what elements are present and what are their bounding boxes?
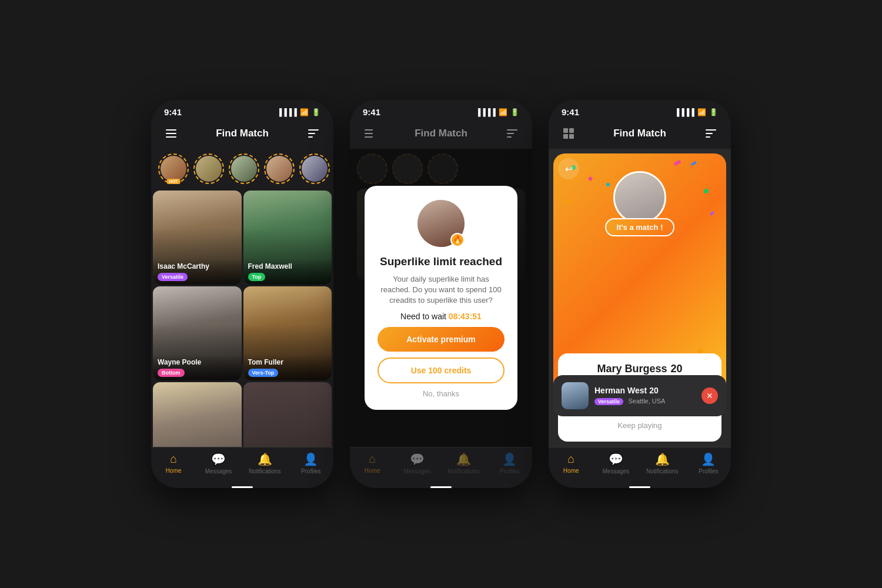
nav-notifications-1[interactable]: 🔔 Notifications (249, 452, 280, 475)
match-avatar (613, 171, 666, 224)
nav-profiles-1[interactable]: 👤 Profiles (296, 452, 326, 475)
wifi-icon-2: 📶 (499, 108, 507, 116)
status-icons-1: ▐▐▐▐ 📶 🔋 (277, 108, 320, 116)
profile-tag-1: Top (248, 273, 266, 281)
svg-rect-15 (569, 134, 574, 139)
nav-notifications-label-3: Notifications (646, 468, 678, 475)
grid-view-button[interactable] (559, 124, 578, 143)
story-1[interactable]: HOT (158, 153, 189, 184)
svg-rect-4 (308, 133, 315, 134)
home-icon-2: ⌂ (369, 452, 376, 466)
nav-profiles-label-3: Profiles (699, 468, 718, 475)
svg-rect-3 (308, 129, 319, 131)
svg-rect-9 (507, 129, 517, 131)
no-thanks-button[interactable]: No, thanks (423, 389, 459, 398)
status-bar-1: 9:41 ▐▐▐▐ 📶 🔋 (151, 100, 333, 121)
nav-messages-3[interactable]: 💬 Messages (602, 452, 631, 475)
profile-grid-1: Isaac McCarthy Versatile Fred Maxwell To… (151, 189, 333, 447)
status-bar-2: 9:41 ▐▐▐▐ 📶 🔋 (350, 100, 532, 121)
phone-content-2: 🔥 Superlike limit reached Your daily sup… (350, 149, 532, 447)
notifications-icon-3: 🔔 (655, 452, 670, 466)
nav-home-label-2: Home (365, 467, 380, 474)
svg-rect-16 (706, 129, 716, 131)
profile-card-5[interactable] (243, 382, 332, 447)
nav-notifications-3[interactable]: 🔔 Notifications (646, 452, 678, 475)
status-bar-3: 9:41 ▐▐▐▐ 📶 🔋 (549, 100, 731, 121)
profile-card-0[interactable]: Isaac McCarthy Versatile (153, 191, 242, 285)
nav-messages-1[interactable]: 💬 Messages (204, 452, 233, 475)
nav-indicator-2 (430, 486, 452, 488)
match-content: ↩ (549, 149, 731, 447)
keep-playing-button[interactable]: Keep playing (615, 419, 664, 432)
status-time-2: 9:41 (363, 107, 380, 117)
nav-indicator-1 (232, 486, 253, 488)
svg-rect-5 (308, 136, 313, 138)
below-match-location: Seattle, USA (628, 397, 665, 405)
story-2[interactable] (193, 153, 224, 184)
bottom-nav-1: ⌂ Home 💬 Messages 🔔 Notifications 👤 Prof… (151, 447, 333, 484)
nav-profiles-2[interactable]: 👤 Profiles (495, 452, 524, 475)
nav-home-1[interactable]: ⌂ Home (159, 452, 188, 475)
nav-profiles-3[interactable]: 👤 Profiles (694, 452, 723, 475)
nav-home-3[interactable]: ⌂ Home (556, 452, 586, 475)
battery-icon: 🔋 (312, 108, 320, 116)
header-title-3: Find Match (613, 128, 666, 139)
nav-messages-label-2: Messages (404, 468, 431, 475)
status-time-3: 9:41 (562, 107, 579, 117)
below-match-avatar (562, 382, 589, 409)
story-3[interactable] (229, 153, 259, 184)
menu-right-icon-2 (503, 124, 522, 143)
story-avatar-img-1 (161, 156, 186, 182)
phones-container: 9:41 ▐▐▐▐ 📶 🔋 Find Match (151, 100, 731, 488)
phone-header-2: Find Match (350, 121, 532, 149)
signal-icon-3: ▐▐▐▐ (674, 108, 694, 116)
match-name: Mary Burgess (597, 363, 667, 375)
story-5[interactable] (299, 153, 330, 184)
svg-rect-11 (507, 136, 512, 138)
profile-card-3[interactable]: Tom Fuller Vers-Top (243, 286, 332, 380)
svg-rect-2 (166, 136, 176, 138)
profile-card-info-3: Tom Fuller Vers-Top (243, 355, 332, 380)
svg-rect-13 (569, 128, 574, 133)
profile-card-4[interactable] (153, 382, 242, 447)
wait-timer: 08:43:51 (449, 312, 482, 321)
match-age: 20 (671, 363, 683, 375)
menu-right-icon[interactable] (304, 124, 323, 143)
nav-indicator-3 (629, 486, 650, 488)
bottom-nav-3: ⌂ Home 💬 Messages 🔔 Notifications 👤 Prof… (549, 447, 731, 484)
header-title-2: Find Match (415, 128, 467, 139)
match-badge-text: It's a match ! (617, 223, 663, 232)
header-title-1: Find Match (216, 128, 269, 139)
below-match-card[interactable]: Herman West 20 Versatile Seattle, USA ✕ (553, 375, 726, 416)
svg-rect-10 (507, 133, 514, 134)
profile-card-1[interactable]: Fred Maxwell Top (243, 191, 332, 285)
profile-card-info-0: Isaac McCarthy Versatile (153, 259, 242, 285)
nav-messages-2[interactable]: 💬 Messages (403, 452, 432, 475)
bottom-nav-2: ⌂ Home 💬 Messages 🔔 Notifications 👤 Prof… (350, 447, 532, 484)
story-4[interactable] (264, 153, 295, 184)
nav-home-2[interactable]: ⌂ Home (358, 452, 387, 475)
profile-card-info-2: Wayne Poole Bottom (153, 355, 242, 380)
profile-tag-2: Bottom (158, 369, 185, 377)
story-avatar-img-4 (266, 156, 292, 182)
profiles-icon-2: 👤 (502, 452, 517, 466)
battery-icon-2: 🔋 (510, 108, 519, 116)
below-match-tag: Versatile (594, 398, 623, 405)
profile-tag-3: Vers-Top (248, 369, 279, 377)
use-credits-button[interactable]: Use 100 credits (377, 358, 505, 383)
menu-right-icon-3[interactable] (701, 124, 720, 143)
wait-prefix: Need to wait (400, 312, 449, 321)
svg-rect-18 (706, 136, 710, 138)
menu-left-icon[interactable] (162, 124, 181, 143)
profile-card-2[interactable]: Wayne Poole Bottom (153, 286, 242, 380)
modal-card: 🔥 Superlike limit reached Your daily sup… (365, 186, 517, 410)
undo-button[interactable]: ↩ (558, 158, 579, 179)
svg-rect-0 (166, 129, 176, 131)
nav-messages-label-1: Messages (205, 468, 232, 475)
activate-premium-button[interactable]: Activate premium (377, 327, 505, 352)
signal-icon-2: ▐▐▐▐ (476, 108, 496, 116)
wifi-icon-3: 📶 (697, 108, 706, 116)
nav-notifications-label-1: Notifications (249, 468, 280, 475)
svg-rect-14 (563, 134, 568, 139)
nav-notifications-2[interactable]: 🔔 Notifications (447, 452, 479, 475)
